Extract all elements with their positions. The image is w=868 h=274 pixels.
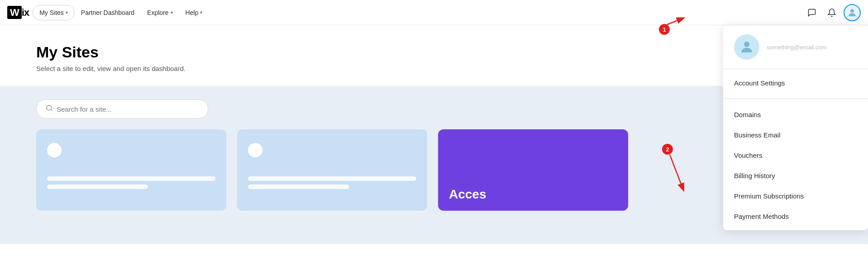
dropdown-item-vouchers[interactable]: Vouchers <box>723 145 868 165</box>
header-row: My Sites Select a site to edit, view and… <box>36 43 832 72</box>
dropdown-item-payment-methods[interactable]: Payment Methods <box>723 206 868 227</box>
svg-line-5 <box>51 109 52 111</box>
dropdown-avatar <box>734 34 759 60</box>
my-sites-chevron-icon: ▾ <box>66 10 68 15</box>
user-dropdown-menu: something@email.com Account Settings Dom… <box>723 25 868 230</box>
dropdown-item-business-email[interactable]: Business Email <box>723 125 868 145</box>
page-title: My Sites <box>36 43 186 61</box>
dropdown-account-settings[interactable]: Account Settings <box>723 73 868 93</box>
search-bar[interactable] <box>36 99 208 118</box>
explore-chevron-icon: ▾ <box>171 10 173 15</box>
dropdown-divider <box>723 99 868 99</box>
card-lines-1 <box>47 176 215 193</box>
dropdown-email: something@email.com <box>767 44 826 51</box>
avatar-button[interactable] <box>844 4 861 21</box>
site-card-3[interactable]: Acces <box>438 129 628 211</box>
dropdown-header: something@email.com <box>723 25 868 69</box>
card-line-2 <box>248 176 416 181</box>
navbar: Wix My Sites ▾ Partner Dashboard Explore… <box>0 0 868 25</box>
nav-my-sites[interactable]: My Sites ▾ <box>33 5 75 20</box>
nav-help[interactable]: Help ▾ <box>179 5 209 20</box>
card-lines-2 <box>248 176 416 193</box>
search-icon <box>46 104 53 113</box>
dropdown-section-items: Domains Business Email Vouchers Billing … <box>723 101 868 230</box>
nav-explore[interactable]: Explore ▾ <box>141 5 179 20</box>
page-header: My Sites Select a site to edit, view and… <box>36 43 186 72</box>
navbar-right <box>804 4 861 21</box>
dropdown-item-billing-history[interactable]: Billing History <box>723 165 868 186</box>
search-input[interactable] <box>57 105 199 113</box>
card-dot-2 <box>248 143 262 157</box>
notifications-icon-button[interactable] <box>824 5 840 21</box>
site-cards-row: Acces <box>36 129 832 211</box>
help-chevron-icon: ▾ <box>200 10 202 15</box>
card-line-short-2 <box>248 184 349 189</box>
card-line <box>47 176 215 181</box>
dropdown-item-premium-subscriptions[interactable]: Premium Subscriptions <box>723 186 868 206</box>
nav-partner-dashboard[interactable]: Partner Dashboard <box>75 5 141 20</box>
explore-label: Explore <box>147 9 168 16</box>
site-card-1[interactable] <box>36 129 226 211</box>
partner-dashboard-label: Partner Dashboard <box>81 9 134 16</box>
dropdown-user-info: something@email.com <box>767 44 826 51</box>
wix-logo[interactable]: Wix <box>7 7 29 19</box>
help-label: Help <box>186 9 199 16</box>
card-line-short <box>47 184 148 189</box>
svg-point-0 <box>850 9 854 13</box>
chat-icon-button[interactable] <box>804 5 820 21</box>
card-dot-1 <box>47 143 62 157</box>
svg-point-6 <box>744 42 749 47</box>
my-sites-label: My Sites <box>39 9 64 16</box>
svg-point-4 <box>47 105 52 110</box>
dropdown-item-domains[interactable]: Domains <box>723 104 868 125</box>
site-card-2[interactable] <box>237 129 427 211</box>
card-purple-text: Acces <box>449 187 486 202</box>
dropdown-section-account: Account Settings <box>723 69 868 97</box>
page-subtitle: Select a site to edit, view and open its… <box>36 65 186 72</box>
